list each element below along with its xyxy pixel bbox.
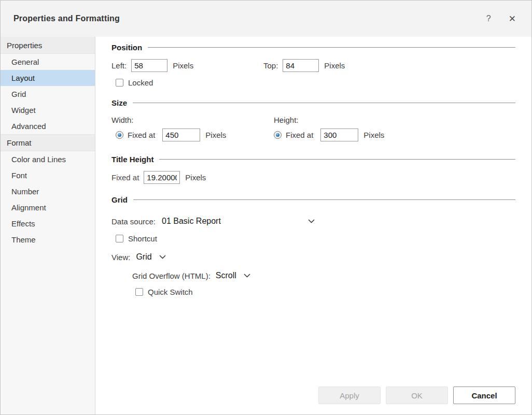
sidebar-item-widget[interactable]: Widget <box>1 102 95 118</box>
title-height-fixed-label: Fixed at <box>111 173 139 182</box>
title-height-section-header: Title Height <box>111 155 515 164</box>
shortcut-label: Shortcut <box>128 234 157 243</box>
width-fixed-radio[interactable] <box>116 131 123 139</box>
position-fields-row: Left: Pixels Top: Pixels <box>111 59 515 72</box>
chevron-down-icon <box>159 255 166 260</box>
grid-overflow-label: Grid Overflow (HTML): <box>132 271 211 280</box>
width-fixed-group: Fixed at Pixels <box>116 128 274 141</box>
section-rule <box>133 199 515 200</box>
title-height-input[interactable] <box>144 171 180 184</box>
top-unit-label: Pixels <box>324 61 345 70</box>
view-label: View: <box>111 253 130 262</box>
width-input[interactable] <box>162 128 200 141</box>
sidebar-item-advanced[interactable]: Advanced <box>1 118 95 134</box>
sidebar-item-theme[interactable]: Theme <box>1 232 95 248</box>
sidebar-item-layout[interactable]: Layout <box>1 70 95 86</box>
grid-section-header: Grid <box>111 195 515 204</box>
quick-switch-checkbox[interactable] <box>135 288 143 296</box>
height-fixed-group: Fixed at Pixels <box>274 128 384 141</box>
height-unit-label: Pixels <box>363 131 384 139</box>
width-unit-label: Pixels <box>205 131 226 139</box>
grid-header-label: Grid <box>111 195 128 204</box>
sidebar-item-number[interactable]: Number <box>1 183 95 199</box>
help-icon[interactable]: ? <box>484 13 493 24</box>
dialog-body: Properties General Layout Grid Widget Ad… <box>1 37 531 414</box>
data-source-label: Data source: <box>111 217 156 226</box>
size-fields-row: Fixed at Pixels Fixed at Pixels <box>111 128 515 141</box>
data-source-dropdown[interactable]: 01 Basic Report <box>162 217 315 226</box>
section-rule <box>133 103 515 103</box>
position-top-group: Top: Pixels <box>263 59 345 72</box>
sidebar-item-effects[interactable]: Effects <box>1 216 95 232</box>
chevron-down-icon <box>244 274 250 278</box>
properties-and-formatting-dialog: Properties and Formatting ? ✕ Properties… <box>0 0 532 415</box>
top-input[interactable] <box>283 59 319 72</box>
quick-switch-label: Quick Switch <box>148 288 193 296</box>
sidebar-section-format: Format <box>1 134 95 151</box>
dialog-title: Properties and Formatting <box>13 14 120 23</box>
titlebar-buttons: ? ✕ <box>484 13 518 24</box>
footer-button-bar: Apply OK Cancel <box>111 387 515 404</box>
shortcut-checkbox[interactable] <box>116 235 123 242</box>
position-section-header: Position <box>111 43 515 52</box>
locked-checkbox[interactable] <box>116 79 123 87</box>
grid-overflow-dropdown[interactable]: Scroll <box>216 271 250 280</box>
height-label: Height: <box>274 116 299 124</box>
view-row: View: Grid <box>111 252 515 262</box>
height-label-group: Height: <box>274 116 299 124</box>
left-label: Left: <box>111 61 127 70</box>
title-height-unit-label: Pixels <box>185 173 206 182</box>
dialog-titlebar: Properties and Formatting ? ✕ <box>1 1 531 37</box>
width-label-group: Width: <box>111 116 274 124</box>
height-fixed-radio[interactable] <box>274 131 282 139</box>
radio-dot <box>276 133 279 137</box>
height-input[interactable] <box>320 128 358 141</box>
chevron-down-icon <box>308 219 315 224</box>
left-input[interactable] <box>131 59 167 72</box>
title-height-header-label: Title Height <box>111 155 153 164</box>
size-labels-row: Width: Height: <box>111 116 515 124</box>
size-section-header: Size <box>111 98 515 107</box>
size-header-label: Size <box>111 98 127 107</box>
locked-row: Locked <box>111 78 515 87</box>
position-left-group: Left: Pixels <box>111 59 263 72</box>
locked-label: Locked <box>128 78 153 87</box>
content-pane: Position Left: Pixels Top: Pixels Locked <box>95 37 531 414</box>
grid-overflow-value: Scroll <box>216 271 236 280</box>
grid-overflow-row: Grid Overflow (HTML): Scroll <box>111 271 515 280</box>
position-header-label: Position <box>111 43 142 52</box>
width-fixed-label: Fixed at <box>128 131 155 139</box>
data-source-value: 01 Basic Report <box>162 217 221 226</box>
section-rule <box>148 47 515 48</box>
sidebar-item-font[interactable]: Font <box>1 167 95 183</box>
data-source-row: Data source: 01 Basic Report <box>111 217 515 226</box>
section-rule <box>159 159 515 160</box>
sidebar-section-properties: Properties <box>1 37 95 54</box>
title-height-row: Fixed at Pixels <box>111 171 515 184</box>
sidebar-item-general[interactable]: General <box>1 54 95 70</box>
sidebar: Properties General Layout Grid Widget Ad… <box>1 37 95 414</box>
sidebar-item-grid[interactable]: Grid <box>1 86 95 102</box>
close-icon[interactable]: ✕ <box>507 13 518 24</box>
ok-button[interactable]: OK <box>386 387 448 404</box>
sidebar-item-alignment[interactable]: Alignment <box>1 199 95 216</box>
left-unit-label: Pixels <box>173 61 193 70</box>
sidebar-item-color-and-lines[interactable]: Color and Lines <box>1 151 95 167</box>
cancel-button[interactable]: Cancel <box>453 387 515 404</box>
radio-dot <box>118 133 121 137</box>
quick-switch-row: Quick Switch <box>111 288 515 296</box>
view-value: Grid <box>136 252 151 262</box>
view-dropdown[interactable]: Grid <box>136 252 165 262</box>
width-label: Width: <box>111 116 134 124</box>
shortcut-row: Shortcut <box>111 234 515 243</box>
height-fixed-label: Fixed at <box>286 131 313 139</box>
apply-button[interactable]: Apply <box>318 387 381 404</box>
top-label: Top: <box>263 61 278 70</box>
